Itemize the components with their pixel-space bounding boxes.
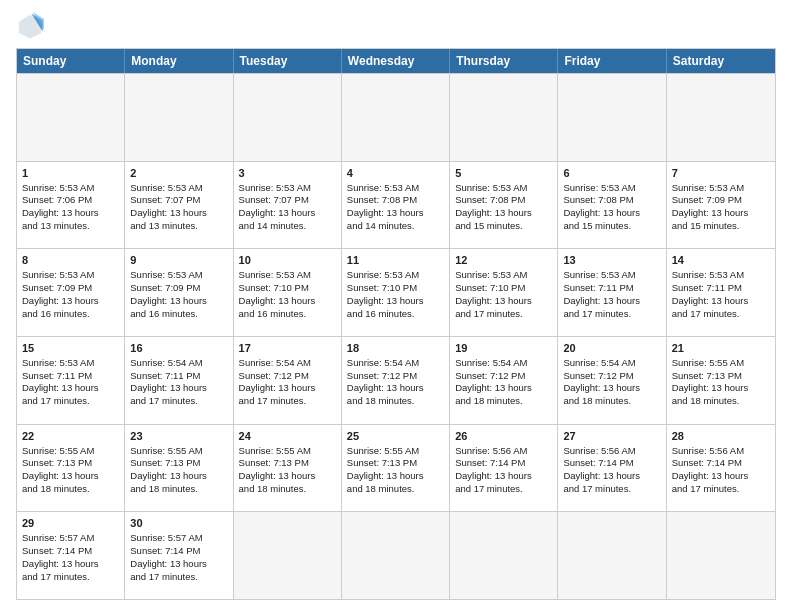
day-number: 12 (455, 253, 552, 268)
day-info: Daylight: 13 hours (130, 558, 227, 571)
day-info: Daylight: 13 hours (239, 207, 336, 220)
cal-cell-6-7 (667, 512, 775, 599)
day-info: Sunset: 7:14 PM (672, 457, 770, 470)
day-info: Sunrise: 5:55 AM (130, 445, 227, 458)
day-info: Sunrise: 5:53 AM (672, 182, 770, 195)
day-number: 23 (130, 429, 227, 444)
day-number: 9 (130, 253, 227, 268)
day-number: 25 (347, 429, 444, 444)
day-info: Sunset: 7:14 PM (130, 545, 227, 558)
day-number: 7 (672, 166, 770, 181)
day-number: 26 (455, 429, 552, 444)
day-info: Sunrise: 5:54 AM (347, 357, 444, 370)
day-info: and 17 minutes. (22, 571, 119, 584)
week-row-2: 1Sunrise: 5:53 AMSunset: 7:06 PMDaylight… (17, 161, 775, 249)
day-info: Sunrise: 5:53 AM (347, 269, 444, 282)
day-info: Daylight: 13 hours (347, 382, 444, 395)
calendar-header: SundayMondayTuesdayWednesdayThursdayFrid… (17, 49, 775, 73)
day-info: Sunrise: 5:54 AM (563, 357, 660, 370)
day-info: Sunset: 7:07 PM (130, 194, 227, 207)
day-number: 1 (22, 166, 119, 181)
day-info: and 17 minutes. (563, 483, 660, 496)
day-info: Sunset: 7:13 PM (347, 457, 444, 470)
cal-cell-5-7: 28Sunrise: 5:56 AMSunset: 7:14 PMDayligh… (667, 425, 775, 512)
day-info: Sunrise: 5:56 AM (563, 445, 660, 458)
day-info: and 17 minutes. (455, 308, 552, 321)
day-info: Sunrise: 5:57 AM (22, 532, 119, 545)
cal-cell-1-4 (342, 74, 450, 161)
day-number: 8 (22, 253, 119, 268)
day-info: and 18 minutes. (239, 483, 336, 496)
cal-cell-1-6 (558, 74, 666, 161)
day-info: Daylight: 13 hours (455, 382, 552, 395)
day-info: Sunrise: 5:53 AM (239, 269, 336, 282)
day-number: 3 (239, 166, 336, 181)
day-info: Daylight: 13 hours (130, 382, 227, 395)
day-number: 20 (563, 341, 660, 356)
day-info: and 18 minutes. (672, 395, 770, 408)
day-info: and 14 minutes. (347, 220, 444, 233)
cal-cell-5-6: 27Sunrise: 5:56 AMSunset: 7:14 PMDayligh… (558, 425, 666, 512)
day-info: Sunset: 7:13 PM (239, 457, 336, 470)
day-of-week-sunday: Sunday (17, 49, 125, 73)
cal-cell-3-5: 12Sunrise: 5:53 AMSunset: 7:10 PMDayligh… (450, 249, 558, 336)
day-info: and 15 minutes. (455, 220, 552, 233)
day-info: Sunset: 7:12 PM (347, 370, 444, 383)
day-info: Daylight: 13 hours (672, 470, 770, 483)
day-info: Sunset: 7:10 PM (347, 282, 444, 295)
cal-cell-4-7: 21Sunrise: 5:55 AMSunset: 7:13 PMDayligh… (667, 337, 775, 424)
cal-cell-3-6: 13Sunrise: 5:53 AMSunset: 7:11 PMDayligh… (558, 249, 666, 336)
day-info: Sunset: 7:11 PM (22, 370, 119, 383)
day-number: 5 (455, 166, 552, 181)
cal-cell-5-1: 22Sunrise: 5:55 AMSunset: 7:13 PMDayligh… (17, 425, 125, 512)
cal-cell-2-7: 7Sunrise: 5:53 AMSunset: 7:09 PMDaylight… (667, 162, 775, 249)
day-info: Sunrise: 5:53 AM (455, 182, 552, 195)
week-row-4: 15Sunrise: 5:53 AMSunset: 7:11 PMDayligh… (17, 336, 775, 424)
cal-cell-4-4: 18Sunrise: 5:54 AMSunset: 7:12 PMDayligh… (342, 337, 450, 424)
day-of-week-wednesday: Wednesday (342, 49, 450, 73)
cal-cell-1-3 (234, 74, 342, 161)
day-info: Daylight: 13 hours (22, 207, 119, 220)
day-info: Sunset: 7:09 PM (672, 194, 770, 207)
day-info: Sunrise: 5:53 AM (563, 269, 660, 282)
day-info: Daylight: 13 hours (672, 382, 770, 395)
day-info: Sunrise: 5:53 AM (239, 182, 336, 195)
cal-cell-6-3 (234, 512, 342, 599)
day-info: Daylight: 13 hours (455, 207, 552, 220)
day-info: and 17 minutes. (672, 483, 770, 496)
day-number: 28 (672, 429, 770, 444)
day-of-week-saturday: Saturday (667, 49, 775, 73)
cal-cell-4-5: 19Sunrise: 5:54 AMSunset: 7:12 PMDayligh… (450, 337, 558, 424)
cal-cell-6-5 (450, 512, 558, 599)
day-info: Daylight: 13 hours (672, 207, 770, 220)
day-info: and 17 minutes. (563, 308, 660, 321)
day-info: Sunset: 7:11 PM (130, 370, 227, 383)
page: SundayMondayTuesdayWednesdayThursdayFrid… (0, 0, 792, 612)
day-info: Daylight: 13 hours (22, 295, 119, 308)
day-number: 24 (239, 429, 336, 444)
cal-cell-3-7: 14Sunrise: 5:53 AMSunset: 7:11 PMDayligh… (667, 249, 775, 336)
day-of-week-friday: Friday (558, 49, 666, 73)
day-info: Sunset: 7:12 PM (239, 370, 336, 383)
day-info: and 15 minutes. (672, 220, 770, 233)
day-info: Daylight: 13 hours (239, 470, 336, 483)
day-info: and 16 minutes. (239, 308, 336, 321)
day-info: and 15 minutes. (563, 220, 660, 233)
day-info: Sunrise: 5:54 AM (239, 357, 336, 370)
day-info: Daylight: 13 hours (239, 295, 336, 308)
day-info: Sunset: 7:14 PM (455, 457, 552, 470)
day-info: Sunrise: 5:53 AM (22, 269, 119, 282)
day-number: 11 (347, 253, 444, 268)
day-info: Sunset: 7:11 PM (672, 282, 770, 295)
day-info: Daylight: 13 hours (347, 207, 444, 220)
day-info: and 17 minutes. (130, 571, 227, 584)
day-number: 10 (239, 253, 336, 268)
cal-cell-6-2: 30Sunrise: 5:57 AMSunset: 7:14 PMDayligh… (125, 512, 233, 599)
day-number: 6 (563, 166, 660, 181)
day-info: and 18 minutes. (22, 483, 119, 496)
cal-cell-2-3: 3Sunrise: 5:53 AMSunset: 7:07 PMDaylight… (234, 162, 342, 249)
cal-cell-6-1: 29Sunrise: 5:57 AMSunset: 7:14 PMDayligh… (17, 512, 125, 599)
cal-cell-3-2: 9Sunrise: 5:53 AMSunset: 7:09 PMDaylight… (125, 249, 233, 336)
day-info: Sunset: 7:13 PM (130, 457, 227, 470)
day-info: Sunrise: 5:53 AM (22, 182, 119, 195)
